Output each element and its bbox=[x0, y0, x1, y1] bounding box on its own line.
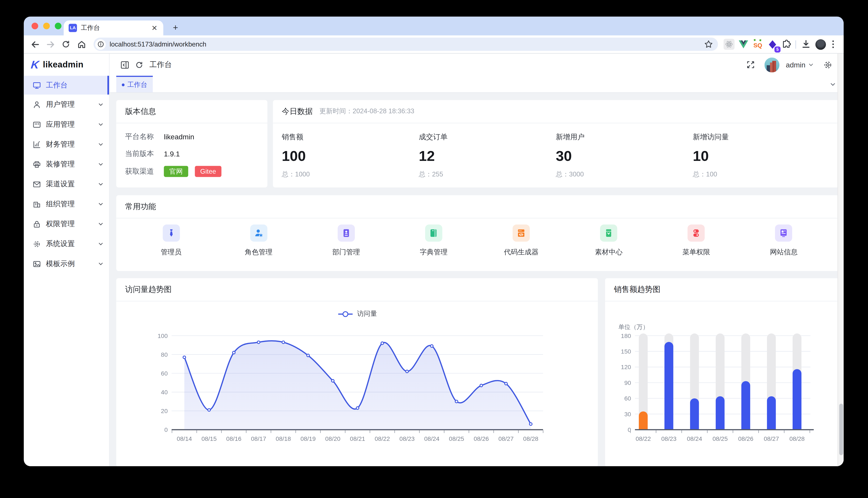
browser-window: LA 工作台 ✕ + localhost:5173/admin/workbenc… bbox=[24, 17, 843, 466]
card-title: 访问量趋势图 bbox=[116, 278, 598, 301]
svg-text:08/23: 08/23 bbox=[399, 435, 414, 442]
svg-text:08/26: 08/26 bbox=[474, 435, 489, 442]
refresh-page-icon[interactable] bbox=[132, 57, 146, 72]
svg-text:20: 20 bbox=[161, 407, 168, 414]
sidebar-item-workbench[interactable]: 工作台 bbox=[24, 76, 109, 94]
quick-item-departments[interactable]: 部门管理 bbox=[303, 224, 390, 257]
admin-tie-icon bbox=[163, 224, 180, 241]
svg-text:08/21: 08/21 bbox=[350, 435, 365, 442]
sidebar-item-channels[interactable]: 渠道设置 bbox=[24, 174, 109, 194]
collapse-sidebar-icon[interactable] bbox=[117, 57, 131, 72]
chevron-down-icon bbox=[98, 260, 104, 268]
tab-favicon: LA bbox=[68, 24, 77, 32]
version-info-card: 版本信息 平台名称 likeadmin 当前版本 1.9.1 获 bbox=[116, 100, 267, 187]
browser-profile-avatar[interactable] bbox=[814, 38, 827, 51]
sidebar-item-users[interactable]: 用户管理 bbox=[24, 94, 109, 114]
sidebar-item-templates[interactable]: 模板示例 bbox=[24, 254, 109, 274]
sidebar-item-label: 渠道设置 bbox=[46, 179, 98, 189]
legend-label: 访问量 bbox=[357, 309, 377, 318]
chevron-down-icon bbox=[98, 220, 104, 228]
quick-item-roles[interactable]: 角色管理 bbox=[215, 224, 303, 257]
tab-options-chevron-icon[interactable] bbox=[830, 76, 836, 92]
svg-text:08/27: 08/27 bbox=[498, 435, 514, 442]
user-avatar[interactable] bbox=[764, 57, 779, 72]
bookmark-star-icon[interactable] bbox=[702, 37, 715, 51]
new-tab-button[interactable]: + bbox=[170, 23, 181, 32]
quick-item-code-generator[interactable]: 代码生成器 bbox=[477, 224, 565, 257]
downloads-icon[interactable] bbox=[800, 38, 813, 51]
svg-text:60: 60 bbox=[161, 370, 168, 377]
toolbar-separator bbox=[795, 40, 796, 49]
tab-workbench[interactable]: 工作台 bbox=[116, 76, 153, 92]
field-label: 平台名称 bbox=[125, 132, 164, 142]
svg-text:08/14: 08/14 bbox=[177, 435, 192, 442]
minimize-window-button[interactable] bbox=[43, 23, 50, 29]
svg-text:08/26: 08/26 bbox=[738, 435, 753, 442]
close-window-button[interactable] bbox=[31, 23, 38, 29]
browser-menu-kebab-icon[interactable] bbox=[828, 38, 838, 51]
sidebar-item-label: 用户管理 bbox=[46, 100, 98, 110]
stat-new-users: 新增用户 30 总：3000 bbox=[556, 132, 693, 179]
card-title: 版本信息 bbox=[116, 100, 267, 123]
home-icon[interactable] bbox=[74, 37, 89, 51]
svg-text:08/24: 08/24 bbox=[424, 435, 439, 442]
svg-text:SQ: SQ bbox=[754, 42, 762, 49]
svg-text:0: 0 bbox=[164, 426, 168, 433]
mail-icon bbox=[33, 180, 41, 188]
scrollbar-thumb[interactable] bbox=[839, 404, 843, 455]
sidebar-item-organization[interactable]: 组织管理 bbox=[24, 194, 109, 214]
active-dot bbox=[122, 83, 125, 86]
url-address-bar[interactable]: localhost:5173/admin/workbench bbox=[93, 38, 718, 51]
code-generator-icon bbox=[513, 224, 530, 241]
sidebar-item-label: 工作台 bbox=[46, 80, 104, 90]
app-header: 工作台 admin bbox=[110, 54, 844, 76]
lock-icon bbox=[33, 220, 41, 228]
update-time: 更新时间：2024-08-28 18:36:33 bbox=[319, 107, 414, 116]
svg-text:单位（万）: 单位（万） bbox=[618, 324, 649, 330]
card-title: 今日数据 bbox=[282, 106, 313, 117]
tab-close-icon[interactable]: ✕ bbox=[150, 24, 159, 32]
zoom-window-button[interactable] bbox=[55, 23, 62, 29]
printer-icon bbox=[33, 160, 41, 168]
page-scrollbar[interactable] bbox=[838, 54, 844, 466]
svg-text:08/19: 08/19 bbox=[301, 435, 316, 442]
svg-text:08/27: 08/27 bbox=[764, 435, 779, 442]
sidebar-item-finance[interactable]: 财务管理 bbox=[24, 134, 109, 154]
visits-line-chart: 02040608010008/1408/1508/1608/1708/1808/… bbox=[116, 326, 598, 466]
chart-legend[interactable]: 访问量 bbox=[116, 301, 598, 326]
sq-extension-icon[interactable]: SQ bbox=[751, 38, 764, 51]
sidebar-item-system-settings[interactable]: 系统设置 bbox=[24, 234, 109, 254]
svg-text:08/20: 08/20 bbox=[325, 435, 341, 442]
svg-text:08/15: 08/15 bbox=[201, 435, 217, 442]
stat-new-visits: 新增访问量 10 总：100 bbox=[693, 132, 830, 179]
chevron-down-icon bbox=[98, 200, 104, 208]
gitee-button[interactable]: Gitee bbox=[194, 166, 221, 177]
legend-line-marker-icon bbox=[337, 311, 354, 317]
browser-tab[interactable]: LA 工作台 ✕ bbox=[64, 21, 163, 36]
forward-icon[interactable] bbox=[43, 37, 58, 51]
quick-item-menu-permissions[interactable]: 菜单权限 bbox=[652, 224, 740, 257]
vue-devtools-extension-icon[interactable] bbox=[737, 38, 750, 51]
sidebar-item-decoration[interactable]: 装修管理 bbox=[24, 154, 109, 174]
gem-extension-icon[interactable]: 5 bbox=[765, 38, 779, 51]
settings-gear-icon[interactable] bbox=[820, 57, 835, 72]
svg-text:80: 80 bbox=[161, 351, 168, 358]
user-menu[interactable]: admin bbox=[786, 61, 814, 69]
sidebar-item-applications[interactable]: 应用管理 bbox=[24, 115, 109, 134]
official-site-button[interactable]: 官网 bbox=[164, 166, 188, 177]
sidebar-item-permissions[interactable]: 权限管理 bbox=[24, 214, 109, 234]
department-card-icon bbox=[338, 224, 355, 241]
react-devtools-extension-icon[interactable] bbox=[722, 38, 736, 51]
svg-text:40: 40 bbox=[161, 389, 168, 396]
site-info-icon[interactable] bbox=[95, 39, 106, 50]
quick-item-material-center[interactable]: 素材中心 bbox=[565, 224, 652, 257]
quick-item-dictionary[interactable]: 字典管理 bbox=[390, 224, 477, 257]
back-icon[interactable] bbox=[27, 37, 43, 51]
fullscreen-icon[interactable] bbox=[743, 57, 757, 72]
quick-item-site-info[interactable]: 网站信息 bbox=[740, 224, 828, 257]
field-label: 获取渠道 bbox=[125, 167, 164, 176]
quick-item-admin[interactable]: 管理员 bbox=[127, 224, 215, 257]
reload-icon[interactable] bbox=[58, 37, 74, 51]
extensions-puzzle-icon[interactable] bbox=[780, 38, 793, 51]
url-text[interactable]: localhost:5173/admin/workbench bbox=[110, 40, 702, 48]
